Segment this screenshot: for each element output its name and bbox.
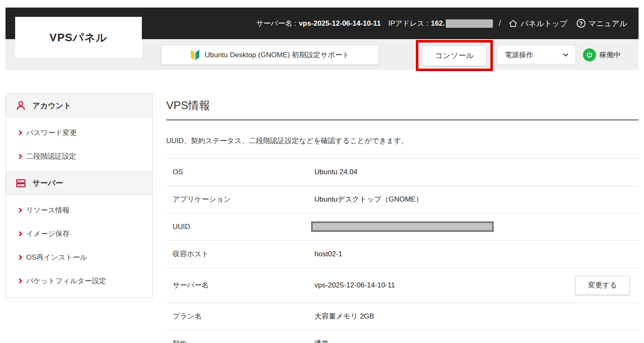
sidebar-item[interactable]: パスワード変更 <box>6 121 152 144</box>
redacted-ip-box <box>446 19 493 28</box>
console-annotation-box: コンソール <box>416 40 493 71</box>
info-row-label: OS <box>166 168 314 176</box>
info-row: UUID <box>166 213 639 241</box>
sidebar-section-title: サーバー <box>32 178 63 188</box>
info-row-label: アプリケーション <box>166 194 314 204</box>
manual-label: マニュアル <box>588 19 627 29</box>
status-label: 稼働中 <box>599 50 621 60</box>
info-row-label: UUID <box>166 223 314 231</box>
panel-top-label: パネルトップ <box>521 19 567 29</box>
logo[interactable]: VPSパネル <box>15 17 142 58</box>
info-row-value: vps-2025-12-06-14-10-11 <box>314 281 575 290</box>
beginner-mark-icon <box>190 49 200 61</box>
change-server-name-button[interactable]: 変更する <box>575 276 630 295</box>
chevron-right-icon <box>19 207 22 213</box>
page-description: UUID、契約ステータス、二段階認証設定などを確認することができます。 <box>166 136 639 146</box>
account-icon <box>15 100 27 111</box>
panel-top-link[interactable]: パネルトップ <box>508 19 567 29</box>
sidebar-item-label: 二段階認証設定 <box>26 152 76 161</box>
info-row: アプリケーション Ubuntuデスクトップ（GNOME） <box>166 186 639 213</box>
info-row: プラン名 大容量メモリ 2GB <box>166 303 639 330</box>
redacted-uuid-box <box>311 221 494 232</box>
info-row-label: 収容ホスト <box>166 249 314 259</box>
server-name-label: サーバー名 : <box>256 19 296 28</box>
console-button[interactable]: コンソール <box>422 45 487 66</box>
chevron-right-icon <box>19 231 22 237</box>
info-row-label: サーバー名 <box>166 280 314 290</box>
power-select[interactable]: 電源操作 <box>497 45 576 64</box>
info-row-value: 大容量メモリ 2GB <box>314 311 639 321</box>
sidebar-item[interactable]: OS再インストール <box>6 245 152 269</box>
info-row-value <box>314 221 639 232</box>
chevron-down-icon <box>563 53 569 57</box>
info-row: 収容ホスト host02-1 <box>166 241 639 268</box>
sidebar-item-label: OS再インストール <box>26 253 88 262</box>
chevron-right-icon <box>19 130 22 136</box>
power-status-icon <box>583 48 596 61</box>
info-row-value: 通常 <box>314 339 639 343</box>
main-content: VPS情報 UUID、契約ステータス、二段階認証設定などを確認することができます… <box>166 93 639 343</box>
sidebar-item[interactable]: リソース情報 <box>6 198 152 222</box>
manual-link[interactable]: ? マニュアル <box>577 19 627 29</box>
sidebar: アカウント パスワード変更 二段階認証設定 <box>5 93 153 298</box>
info-row: サーバー名 vps-2025-12-06-14-10-11 変更する <box>166 268 639 303</box>
server-name-value: vps-2025-12-06-14-10-11 <box>299 19 381 28</box>
sidebar-item-label: パスワード変更 <box>26 128 77 138</box>
info-table: OS Ubuntu 24.04 アプリケーション Ubuntuデスクトップ（GN… <box>166 158 639 343</box>
info-row-value: host02-1 <box>314 250 639 258</box>
info-row-value: Ubuntu 24.04 <box>314 168 639 176</box>
chevron-right-icon <box>19 278 22 284</box>
info-row-value: Ubuntuデスクトップ（GNOME） <box>314 194 639 204</box>
separator-slash: / <box>499 19 501 28</box>
sidebar-section-header: アカウント <box>6 94 152 117</box>
sidebar-section-title: アカウント <box>32 101 71 111</box>
info-row: OS Ubuntu 24.04 <box>166 159 639 186</box>
sidebar-item-label: イメージ保存 <box>26 229 69 239</box>
setup-support-button[interactable]: Ubuntu Desktop (GNOME) 初期設定サポート <box>161 45 379 65</box>
setup-support-label: Ubuntu Desktop (GNOME) 初期設定サポート <box>205 50 349 60</box>
server-icon <box>15 178 27 189</box>
info-row-label: 契約 <box>166 339 314 343</box>
info-row: 契約 通常 <box>166 330 639 343</box>
chevron-right-icon <box>19 255 22 260</box>
home-icon <box>508 19 518 28</box>
sidebar-section-header: サーバー <box>6 171 152 195</box>
question-icon: ? <box>577 19 585 28</box>
sidebar-item-label: パケットフィルター設定 <box>26 276 106 286</box>
sidebar-item[interactable]: パケットフィルター設定 <box>6 269 152 292</box>
power-select-value: 電源操作 <box>505 50 533 60</box>
ip-address-prefix: 162. <box>431 19 445 28</box>
info-row-label: プラン名 <box>166 311 314 321</box>
chevron-right-icon <box>19 154 22 159</box>
sidebar-item[interactable]: イメージ保存 <box>6 222 152 245</box>
ip-address-label: IPアドレス : <box>389 19 428 28</box>
sidebar-item-label: リソース情報 <box>26 205 69 215</box>
sidebar-item[interactable]: 二段階認証設定 <box>6 144 152 168</box>
status-indicator: 稼働中 <box>583 45 621 64</box>
page-title: VPS情報 <box>166 93 639 120</box>
